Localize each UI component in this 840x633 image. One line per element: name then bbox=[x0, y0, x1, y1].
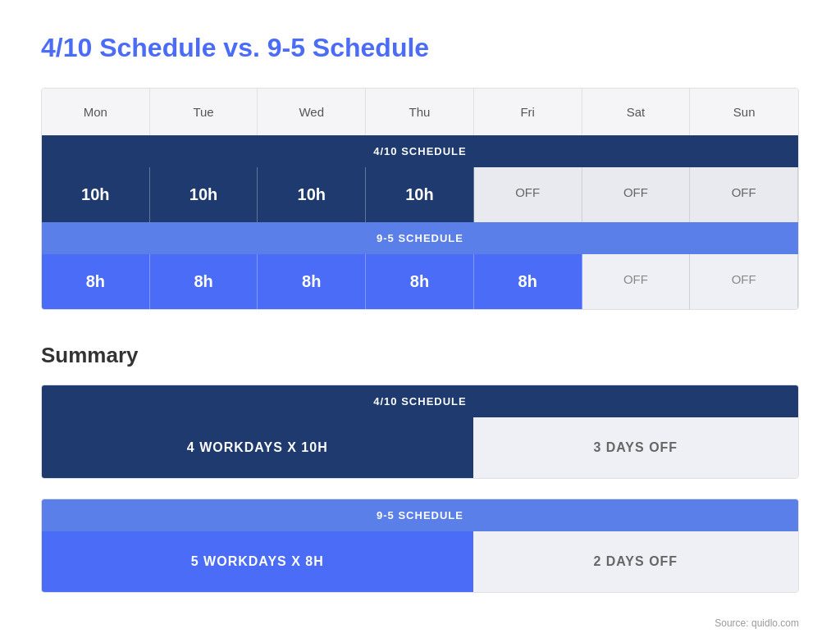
summary-title: Summary bbox=[41, 343, 799, 368]
schedule-95-label-row: 9-5 SCHEDULE bbox=[42, 222, 798, 254]
cell-410-sat: OFF bbox=[582, 167, 691, 222]
day-mon: Mon bbox=[42, 89, 150, 135]
cell-410-sun: OFF bbox=[690, 167, 798, 222]
summary-block-410: 4/10 SCHEDULE 4 WORKDAYS X 10H 3 DAYS OF… bbox=[41, 385, 799, 479]
day-sun: Sun bbox=[690, 89, 798, 135]
summary-95-workdays: 5 WORKDAYS X 8H bbox=[42, 531, 473, 592]
summary-410-workdays: 4 WORKDAYS X 10H bbox=[42, 417, 473, 478]
day-fri: Fri bbox=[474, 89, 582, 135]
summary-95-data: 5 WORKDAYS X 8H 2 DAYS OFF bbox=[42, 531, 798, 592]
cell-95-tue: 8h bbox=[150, 254, 258, 309]
cell-95-mon: 8h bbox=[42, 254, 150, 309]
cell-410-mon: 10h bbox=[42, 167, 150, 222]
cell-410-wed: 10h bbox=[258, 167, 366, 222]
summary-410-data: 4 WORKDAYS X 10H 3 DAYS OFF bbox=[42, 417, 798, 478]
summary-410-daysoff: 3 DAYS OFF bbox=[473, 417, 798, 478]
day-sat: Sat bbox=[582, 89, 691, 135]
day-thu: Thu bbox=[366, 89, 474, 135]
day-header-row: Mon Tue Wed Thu Fri Sat Sun bbox=[42, 89, 798, 135]
summary-95-label: 9-5 SCHEDULE bbox=[42, 499, 798, 531]
cell-95-thu: 8h bbox=[366, 254, 474, 309]
cell-410-fri: OFF bbox=[474, 167, 582, 222]
schedule-410-label-row: 4/10 SCHEDULE bbox=[42, 135, 798, 167]
schedule-95-label: 9-5 SCHEDULE bbox=[42, 222, 798, 254]
cell-95-fri: 8h bbox=[474, 254, 582, 309]
schedule-table: Mon Tue Wed Thu Fri Sat Sun 4/10 SCHEDUL… bbox=[41, 88, 799, 310]
day-tue: Tue bbox=[150, 89, 258, 135]
schedule-410-label: 4/10 SCHEDULE bbox=[42, 135, 798, 167]
cell-95-sat: OFF bbox=[582, 254, 691, 309]
page-title: 4/10 Schedule vs. 9-5 Schedule bbox=[41, 33, 799, 63]
summary-block-95: 9-5 SCHEDULE 5 WORKDAYS X 8H 2 DAYS OFF bbox=[41, 499, 799, 593]
schedule-410-hours-row: 10h 10h 10h 10h OFF OFF OFF bbox=[42, 167, 798, 222]
cell-95-wed: 8h bbox=[258, 254, 366, 309]
source-text: Source: quidlo.com bbox=[41, 617, 799, 629]
day-wed: Wed bbox=[258, 89, 366, 135]
cell-410-thu: 10h bbox=[366, 167, 474, 222]
summary-container: 4/10 SCHEDULE 4 WORKDAYS X 10H 3 DAYS OF… bbox=[41, 385, 799, 593]
cell-410-tue: 10h bbox=[150, 167, 258, 222]
cell-95-sun: OFF bbox=[690, 254, 798, 309]
schedule-95-hours-row: 8h 8h 8h 8h 8h OFF OFF bbox=[42, 254, 798, 309]
summary-410-label: 4/10 SCHEDULE bbox=[42, 385, 798, 417]
summary-95-daysoff: 2 DAYS OFF bbox=[473, 531, 798, 592]
